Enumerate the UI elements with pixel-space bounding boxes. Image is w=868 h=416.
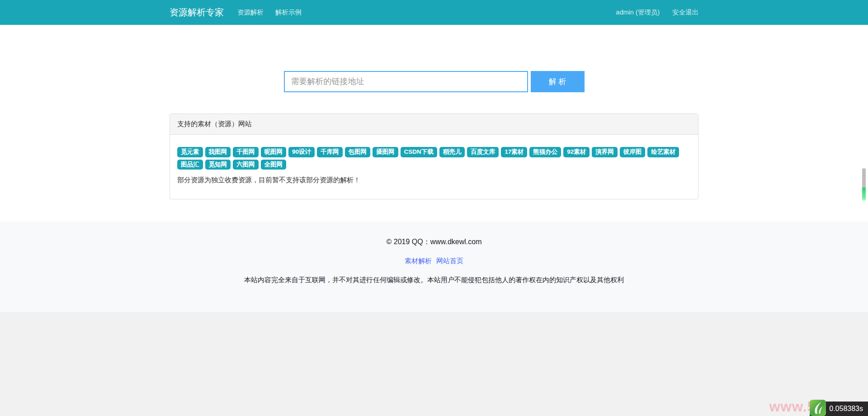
nav-item-resource-parse[interactable]: 资源解析	[237, 8, 264, 17]
site-badge: 包图网	[345, 147, 371, 157]
scrollbar-progress	[862, 188, 866, 201]
footer-link-home[interactable]: 网站首页	[436, 257, 463, 265]
scrollbar[interactable]	[862, 168, 866, 201]
site-badge: 90设计	[288, 147, 315, 157]
site-badge: 百度文库	[467, 147, 499, 157]
footer-link-material-parse[interactable]: 素材解析	[405, 257, 432, 265]
site-badge: 92素材	[563, 147, 590, 157]
brand-title[interactable]: 资源解析专家	[170, 6, 224, 19]
main-content: 解 析 支持的素材（资源）网站 觅元素 我图网 千图网 昵图网 90设计 千库网…	[0, 25, 868, 222]
leaf-plugin-icon	[810, 400, 826, 416]
panel-body: 觅元素 我图网 千图网 昵图网 90设计 千库网 包图网 摄图网 CSDN下载 …	[170, 135, 698, 199]
site-badge: CSDN下载	[401, 147, 437, 157]
copyright-text: © 2019 QQ：www.dkewl.com	[0, 237, 868, 247]
site-badge: 觅知网	[205, 160, 231, 170]
site-badge: 演界网	[592, 147, 618, 157]
site-badge: 图品汇	[177, 160, 203, 170]
nav-item-parse-examples[interactable]: 解析示例	[275, 8, 302, 17]
user-account-link[interactable]: admin (管理员)	[616, 8, 660, 17]
site-badge: 全图网	[261, 160, 287, 170]
site-badge: 摄图网	[373, 147, 398, 157]
site-badge-list: 觅元素 我图网 千图网 昵图网 90设计 千库网 包图网 摄图网 CSDN下载 …	[177, 147, 691, 170]
site-badge: 熊猫办公	[529, 147, 561, 157]
site-badge: 觅元素	[177, 147, 203, 157]
site-badge: 千库网	[317, 147, 343, 157]
page-footer: © 2019 QQ：www.dkewl.com 素材解析 网站首页 本站内容完全…	[0, 222, 868, 312]
site-badge: 绘艺素材	[647, 147, 679, 157]
parse-button[interactable]: 解 析	[531, 71, 585, 92]
parse-form: 解 析	[170, 71, 698, 92]
logout-link[interactable]: 安全退出	[672, 8, 698, 17]
navbar-right: admin (管理员) 安全退出	[603, 8, 698, 17]
site-badge: 千图网	[233, 147, 259, 157]
footer-links: 素材解析 网站首页	[0, 257, 868, 265]
site-badge: 彼岸图	[620, 147, 646, 157]
site-badge: 17素材	[501, 147, 527, 157]
navbar-container: 资源解析专家 资源解析 解析示例 admin (管理员) 安全退出	[170, 0, 698, 25]
panel-header: 支持的素材（资源）网站	[170, 114, 698, 135]
top-navbar: 资源解析专家 资源解析 解析示例 admin (管理员) 安全退出	[0, 0, 868, 25]
bottom-strip	[0, 312, 868, 416]
parse-url-input[interactable]	[284, 71, 528, 92]
site-badge: 稻壳儿	[439, 147, 465, 157]
paid-resources-note: 部分资源为独立收费资源，目前暂不支持该部分资源的解析！	[177, 176, 691, 184]
site-badge: 我图网	[205, 147, 231, 157]
load-timer-badge: 0.058383s	[810, 402, 868, 416]
load-time-value: 0.058383s	[829, 402, 863, 416]
site-badge: 六图网	[233, 160, 259, 170]
disclaimer-text: 本站内容完全来自于互联网，并不对其进行任何编辑或修改。本站用户不能侵犯包括他人的…	[0, 276, 868, 284]
supported-sites-panel: 支持的素材（资源）网站 觅元素 我图网 千图网 昵图网 90设计 千库网 包图网…	[170, 113, 698, 199]
site-badge: 昵图网	[261, 147, 287, 157]
